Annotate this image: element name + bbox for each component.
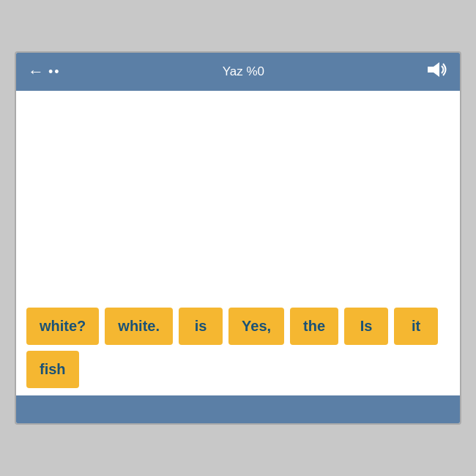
svg-marker-0 (428, 62, 439, 77)
top-bar-left: ← •• (28, 64, 61, 80)
tile-it[interactable]: it (394, 308, 438, 345)
bottom-bar (16, 395, 460, 423)
top-bar: ← •• Yaz %0 (16, 53, 460, 91)
tile-fish[interactable]: fish (26, 351, 79, 388)
main-content: white? white. is Yes, the Is it fish (16, 91, 460, 395)
sound-icon[interactable] (426, 61, 448, 83)
tile-white-q[interactable]: white? (26, 308, 99, 345)
tile-yes[interactable]: Yes, (228, 308, 284, 345)
tile-the[interactable]: the (290, 308, 338, 345)
tile-Is[interactable]: Is (344, 308, 388, 345)
dots-icon[interactable]: •• (48, 64, 61, 80)
top-bar-title: Yaz %0 (223, 64, 264, 79)
tile-is[interactable]: is (179, 308, 223, 345)
device-frame: ← •• Yaz %0 white? white. is Yes, the Is… (15, 51, 461, 425)
tile-white-dot[interactable]: white. (105, 308, 173, 345)
word-tiles-area: white? white. is Yes, the Is it fish (16, 299, 460, 395)
back-arrow-icon[interactable]: ← (28, 64, 44, 80)
